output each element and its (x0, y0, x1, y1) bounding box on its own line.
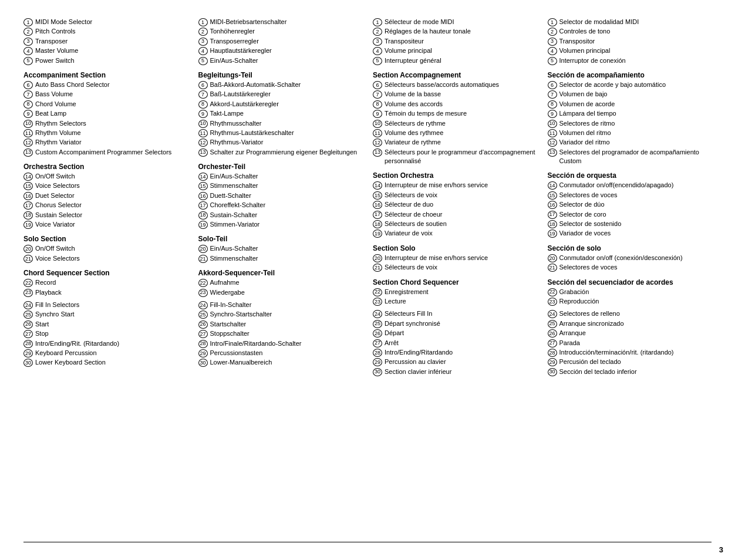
list-item: 17Sélecteur de choeur (373, 210, 537, 219)
list-item: 13Schalter zur Programmierung eigener Be… (198, 148, 363, 157)
item-text: Fill In Selectors (35, 301, 188, 309)
list-item: 20Ein/Aus-Schalter (198, 244, 363, 253)
list-item: 20Conmutador on/off (conexión/desconexió… (548, 254, 712, 262)
item-text: Introducción/terminación/rit. (ritardand… (559, 348, 712, 357)
item-text: Intro/Ending/Rit. (Ritardando) (35, 339, 188, 348)
column-col-french: 1Sélecteur de mode MIDI2Réglages de la h… (373, 18, 537, 379)
item-number: 30 (548, 368, 557, 376)
list-item: 3Transpositor (548, 37, 712, 46)
item-number: 10 (23, 120, 33, 128)
list-item: 8Akkord-Lautstärkeregler (198, 100, 363, 109)
list-item: 9Témoin du temps de mesure (373, 109, 537, 118)
item-text: Stoppschalter (210, 329, 363, 338)
list-item: 27Arrêt (373, 339, 537, 348)
list-item: 7Volumen de bajo (548, 90, 712, 99)
item-number: 1 (373, 18, 382, 26)
item-text: Section clavier inférieur (385, 367, 537, 376)
list-item: 16Duet Selector (23, 191, 188, 200)
item-text: Sélecteur de mode MIDI (385, 18, 537, 26)
item-text: Startschalter (210, 320, 363, 329)
list-item: 15Stimmenschalter (198, 181, 363, 190)
item-number: 20 (23, 245, 33, 253)
item-text: Transpositeur (385, 37, 537, 46)
item-number: 6 (23, 81, 33, 89)
item-number: 28 (198, 340, 208, 348)
list-item: 12Rhythm Variator (23, 138, 188, 147)
list-item: 28Introducción/terminación/rit. (ritarda… (548, 348, 712, 357)
item-text: Controles de tono (559, 27, 712, 36)
item-text: Conmutador on/off (conexión/desconexión) (559, 254, 712, 262)
item-text: Variateur de rythme (385, 138, 537, 147)
list-item: 25Arranque sincronizado (548, 319, 712, 328)
list-item: 20On/Off Switch (23, 244, 188, 253)
item-text: Variateur de voix (385, 229, 537, 238)
item-number: 6 (548, 81, 557, 89)
list-item: 24Fill-In-Schalter (198, 301, 363, 309)
list-item: 5Interruptor de conexión (548, 56, 712, 65)
section-header: Orchester-Teil (198, 163, 363, 171)
section-items-list: 24Fill In Selectors25Synchro Start26Star… (23, 301, 188, 367)
section-items-list: 22Enregistrement23Lecture (373, 288, 537, 306)
item-number: 13 (198, 149, 208, 157)
item-text: MIDI-Betriebsartenschalter (210, 18, 363, 26)
item-text: Volumen de acorde (559, 100, 712, 109)
item-number: 1 (23, 18, 33, 26)
item-number: 7 (373, 90, 382, 99)
item-number: 18 (373, 220, 382, 228)
list-item: 10Sélecteurs de rythme (373, 119, 537, 128)
item-text: Variador de voces (559, 229, 712, 238)
item-text: Lower-Manualbereich (210, 358, 363, 367)
item-text: Auto Bass Chord Selector (35, 80, 188, 89)
item-number: 30 (198, 359, 208, 367)
item-number: 21 (373, 264, 382, 272)
section-header: Sección de acompañamiento (548, 71, 712, 79)
list-item: 1Selector de modalidad MIDI (548, 18, 712, 26)
item-number: 15 (373, 191, 382, 200)
top-items-list: 1Sélecteur de mode MIDI2Réglages de la h… (373, 18, 537, 65)
item-text: Percussionstasten (210, 349, 363, 357)
item-text: Sélecteurs de soutien (385, 220, 537, 228)
list-item: 1MIDI-Betriebsartenschalter (198, 18, 363, 26)
item-number: 15 (548, 191, 557, 200)
item-number: 24 (23, 301, 33, 309)
list-item: 3Transposer (23, 37, 188, 46)
item-text: Rhythmus-Variator (210, 138, 363, 147)
item-text: Percusión del teclado (559, 357, 712, 366)
item-number: 18 (548, 220, 557, 228)
item-text: Percussion au clavier (385, 357, 537, 366)
item-number: 11 (198, 129, 208, 137)
item-number: 8 (198, 100, 208, 109)
section-items-list: 20Ein/Aus-Schalter21Stimmenschalter (198, 244, 363, 263)
item-text: Voice Selectors (35, 181, 188, 190)
list-item: 11Volume des rythmee (373, 129, 537, 137)
item-text: Transposerregler (210, 37, 363, 46)
item-text: Volume des rythmee (385, 129, 537, 137)
list-item: 11Rhythm Volume (23, 129, 188, 137)
item-number: 20 (373, 254, 382, 262)
item-number: 10 (373, 120, 382, 128)
list-item: 26Départ (373, 329, 537, 338)
item-number: 13 (23, 149, 33, 157)
list-item: 2Tonhöhenregler (198, 27, 363, 36)
list-item: 5Ein/Aus-Schalter (198, 56, 363, 65)
item-text: Sélecteurs de rythme (385, 119, 537, 128)
item-text: Enregistrement (385, 288, 537, 296)
list-item: 10Rhythmusschalter (198, 119, 363, 128)
section-items-list: 22Record23Playback (23, 278, 188, 297)
item-text: Synchro Start (35, 310, 188, 319)
item-text: Selector de dúo (559, 200, 712, 209)
item-text: Stimmenschalter (210, 254, 363, 263)
item-text: Sélecteurs pour le programmeur d'accompa… (385, 148, 537, 166)
item-text: Témoin du temps de mesure (385, 109, 537, 118)
column-col-spanish: 1Selector de modalidad MIDI2Controles de… (548, 18, 712, 379)
list-item: 17Choreffekt-Schalter (198, 201, 363, 210)
item-number: 3 (198, 38, 208, 46)
item-text: Sustain-Schalter (210, 211, 363, 220)
item-number: 27 (198, 330, 208, 338)
top-items-list: 1MIDI-Betriebsartenschalter2Tonhöhenregl… (198, 18, 363, 65)
list-item: 14On/Off Switch (23, 172, 188, 181)
section-items-list: 24Sélecteurs Fill In25Départ synchronisé… (373, 309, 537, 376)
item-number: 12 (23, 139, 33, 147)
item-number: 25 (373, 320, 382, 328)
item-text: Interrupteur général (385, 56, 537, 65)
